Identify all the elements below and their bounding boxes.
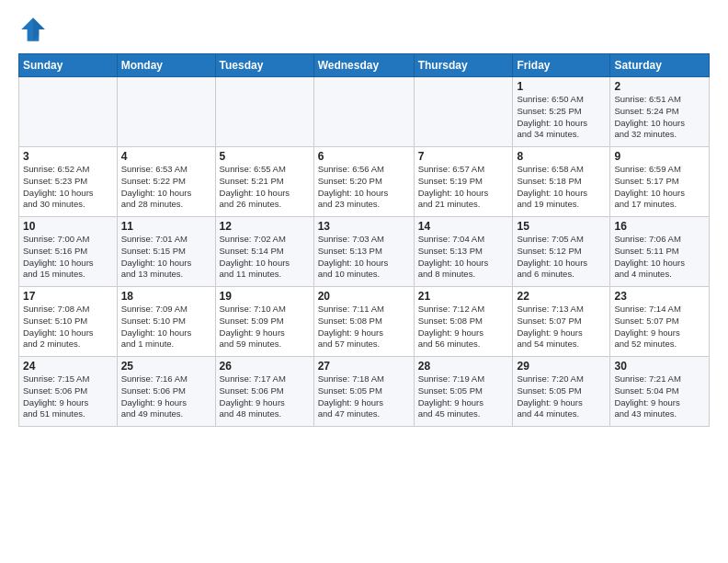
calendar-cell: 13Sunrise: 7:03 AM Sunset: 5:13 PM Dayli…: [313, 217, 414, 287]
calendar-cell: 22Sunrise: 7:13 AM Sunset: 5:07 PM Dayli…: [513, 287, 610, 357]
day-info: Sunrise: 7:14 AM Sunset: 5:07 PM Dayligh…: [614, 304, 705, 350]
day-number: 24: [23, 360, 113, 373]
calendar-cell: 19Sunrise: 7:10 AM Sunset: 5:09 PM Dayli…: [215, 287, 313, 357]
day-info: Sunrise: 6:56 AM Sunset: 5:20 PM Dayligh…: [318, 164, 410, 211]
day-info: Sunrise: 7:17 AM Sunset: 5:06 PM Dayligh…: [220, 373, 310, 420]
day-number: 1: [517, 80, 606, 93]
day-info: Sunrise: 7:21 AM Sunset: 5:04 PM Dayligh…: [614, 373, 705, 420]
calendar-cell: 24Sunrise: 7:15 AM Sunset: 5:06 PM Dayli…: [19, 357, 118, 427]
day-info: Sunrise: 6:59 AM Sunset: 5:17 PM Dayligh…: [614, 164, 705, 211]
calendar-cell: 16Sunrise: 7:06 AM Sunset: 5:11 PM Dayli…: [610, 217, 710, 287]
day-number: 10: [23, 220, 113, 233]
day-number: 12: [220, 220, 310, 233]
weekday-header: Sunday: [19, 54, 118, 77]
calendar-header-row: SundayMondayTuesdayWednesdayThursdayFrid…: [19, 54, 710, 77]
day-info: Sunrise: 7:12 AM Sunset: 5:08 PM Dayligh…: [418, 304, 509, 350]
day-number: 30: [614, 360, 705, 373]
calendar-cell: 10Sunrise: 7:00 AM Sunset: 5:16 PM Dayli…: [19, 217, 118, 287]
day-info: Sunrise: 6:50 AM Sunset: 5:25 PM Dayligh…: [517, 94, 606, 141]
calendar-cell: 6Sunrise: 6:56 AM Sunset: 5:20 PM Daylig…: [313, 147, 414, 217]
day-number: 7: [418, 150, 509, 163]
day-info: Sunrise: 7:20 AM Sunset: 5:05 PM Dayligh…: [517, 373, 606, 420]
calendar-cell: 15Sunrise: 7:05 AM Sunset: 5:12 PM Dayli…: [513, 217, 610, 287]
day-info: Sunrise: 6:58 AM Sunset: 5:18 PM Dayligh…: [517, 164, 606, 211]
calendar-table: SundayMondayTuesdayWednesdayThursdayFrid…: [18, 53, 710, 427]
day-number: 15: [517, 220, 606, 233]
calendar-cell: [19, 77, 118, 147]
day-number: 3: [23, 150, 113, 163]
day-info: Sunrise: 7:05 AM Sunset: 5:12 PM Dayligh…: [517, 234, 606, 281]
calendar-cell: 7Sunrise: 6:57 AM Sunset: 5:19 PM Daylig…: [414, 147, 513, 217]
calendar-cell: 1Sunrise: 6:50 AM Sunset: 5:25 PM Daylig…: [513, 77, 610, 147]
day-info: Sunrise: 7:16 AM Sunset: 5:06 PM Dayligh…: [121, 373, 211, 420]
day-info: Sunrise: 7:11 AM Sunset: 5:08 PM Dayligh…: [318, 304, 410, 350]
calendar-body: 1Sunrise: 6:50 AM Sunset: 5:25 PM Daylig…: [19, 77, 710, 427]
day-number: 20: [318, 290, 410, 303]
day-info: Sunrise: 6:57 AM Sunset: 5:19 PM Dayligh…: [418, 164, 509, 211]
calendar-cell: 29Sunrise: 7:20 AM Sunset: 5:05 PM Dayli…: [513, 357, 610, 427]
calendar-cell: 23Sunrise: 7:14 AM Sunset: 5:07 PM Dayli…: [610, 287, 710, 357]
day-number: 23: [614, 290, 705, 303]
day-info: Sunrise: 7:09 AM Sunset: 5:10 PM Dayligh…: [121, 304, 211, 350]
day-number: 11: [121, 220, 211, 233]
calendar-cell: 20Sunrise: 7:11 AM Sunset: 5:08 PM Dayli…: [313, 287, 414, 357]
day-info: Sunrise: 7:13 AM Sunset: 5:07 PM Dayligh…: [517, 304, 606, 350]
calendar-cell: 25Sunrise: 7:16 AM Sunset: 5:06 PM Dayli…: [117, 357, 215, 427]
day-info: Sunrise: 6:53 AM Sunset: 5:22 PM Dayligh…: [121, 164, 211, 211]
day-info: Sunrise: 7:10 AM Sunset: 5:09 PM Dayligh…: [220, 304, 310, 350]
day-number: 18: [121, 290, 211, 303]
day-info: Sunrise: 7:03 AM Sunset: 5:13 PM Dayligh…: [318, 234, 410, 281]
calendar-cell: 28Sunrise: 7:19 AM Sunset: 5:05 PM Dayli…: [414, 357, 513, 427]
calendar-cell: [414, 77, 513, 147]
day-number: 13: [318, 220, 410, 233]
calendar-page: SundayMondayTuesdayWednesdayThursdayFrid…: [0, 0, 728, 436]
day-number: 9: [614, 150, 705, 163]
day-info: Sunrise: 7:19 AM Sunset: 5:05 PM Dayligh…: [418, 373, 509, 420]
calendar-cell: 9Sunrise: 6:59 AM Sunset: 5:17 PM Daylig…: [610, 147, 710, 217]
day-info: Sunrise: 7:00 AM Sunset: 5:16 PM Dayligh…: [23, 234, 113, 281]
calendar-cell: 26Sunrise: 7:17 AM Sunset: 5:06 PM Dayli…: [215, 357, 313, 427]
calendar-cell: [117, 77, 215, 147]
weekday-header: Tuesday: [215, 54, 313, 77]
day-number: 26: [220, 360, 310, 373]
logo-icon: [18, 15, 48, 44]
day-number: 27: [318, 360, 410, 373]
day-info: Sunrise: 7:04 AM Sunset: 5:13 PM Dayligh…: [418, 234, 509, 281]
day-number: 22: [517, 290, 606, 303]
day-number: 16: [614, 220, 705, 233]
day-info: Sunrise: 7:15 AM Sunset: 5:06 PM Dayligh…: [23, 373, 113, 420]
day-number: 21: [418, 290, 509, 303]
calendar-cell: 17Sunrise: 7:08 AM Sunset: 5:10 PM Dayli…: [19, 287, 118, 357]
svg-marker-1: [33, 17, 45, 41]
calendar-week-row: 10Sunrise: 7:00 AM Sunset: 5:16 PM Dayli…: [19, 217, 710, 287]
day-info: Sunrise: 6:51 AM Sunset: 5:24 PM Dayligh…: [614, 94, 705, 141]
day-info: Sunrise: 7:02 AM Sunset: 5:14 PM Dayligh…: [220, 234, 310, 281]
calendar-cell: [313, 77, 414, 147]
calendar-cell: 21Sunrise: 7:12 AM Sunset: 5:08 PM Dayli…: [414, 287, 513, 357]
day-number: 29: [517, 360, 606, 373]
calendar-week-row: 17Sunrise: 7:08 AM Sunset: 5:10 PM Dayli…: [19, 287, 710, 357]
calendar-cell: 14Sunrise: 7:04 AM Sunset: 5:13 PM Dayli…: [414, 217, 513, 287]
day-info: Sunrise: 6:55 AM Sunset: 5:21 PM Dayligh…: [220, 164, 310, 211]
weekday-header: Monday: [117, 54, 215, 77]
day-number: 28: [418, 360, 509, 373]
calendar-cell: 11Sunrise: 7:01 AM Sunset: 5:15 PM Dayli…: [117, 217, 215, 287]
calendar-cell: 4Sunrise: 6:53 AM Sunset: 5:22 PM Daylig…: [117, 147, 215, 217]
day-number: 5: [220, 150, 310, 163]
calendar-week-row: 3Sunrise: 6:52 AM Sunset: 5:23 PM Daylig…: [19, 147, 710, 217]
calendar-week-row: 24Sunrise: 7:15 AM Sunset: 5:06 PM Dayli…: [19, 357, 710, 427]
calendar-cell: 3Sunrise: 6:52 AM Sunset: 5:23 PM Daylig…: [19, 147, 118, 217]
day-number: 6: [318, 150, 410, 163]
header: [18, 15, 710, 44]
calendar-cell: [215, 77, 313, 147]
day-number: 8: [517, 150, 606, 163]
day-number: 19: [220, 290, 310, 303]
weekday-header: Saturday: [610, 54, 710, 77]
weekday-header: Wednesday: [313, 54, 414, 77]
weekday-header: Thursday: [414, 54, 513, 77]
day-info: Sunrise: 7:18 AM Sunset: 5:05 PM Dayligh…: [318, 373, 410, 420]
calendar-cell: 5Sunrise: 6:55 AM Sunset: 5:21 PM Daylig…: [215, 147, 313, 217]
day-info: Sunrise: 7:06 AM Sunset: 5:11 PM Dayligh…: [614, 234, 705, 281]
day-number: 4: [121, 150, 211, 163]
day-number: 14: [418, 220, 509, 233]
